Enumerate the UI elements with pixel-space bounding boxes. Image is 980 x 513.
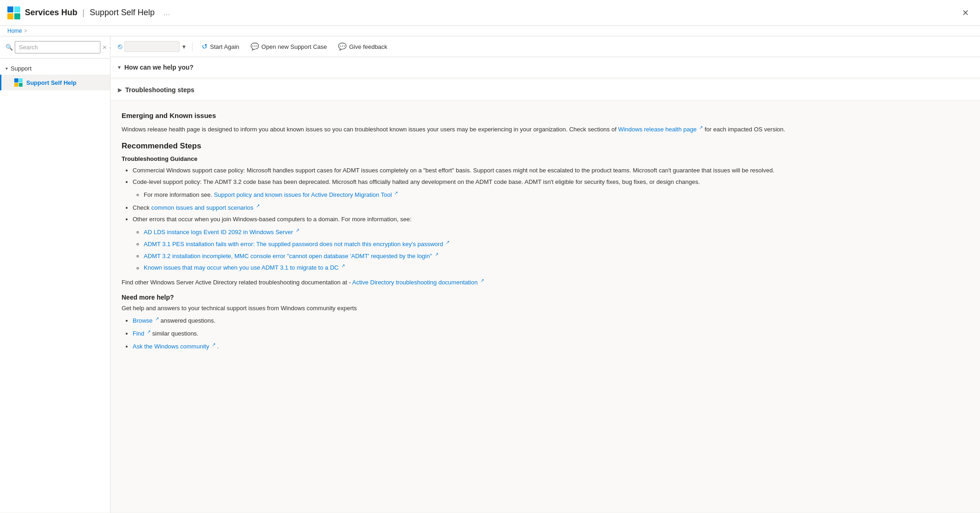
sidebar-item-icon-sq-1 — [14, 78, 18, 83]
emerging-title: Emerging and Known issues — [122, 112, 969, 119]
search-container: 🔍 ✕ « — [0, 36, 110, 59]
bullet3-pre: Check — [133, 204, 151, 211]
known-issues-link[interactable]: Known issues that may occur when you use… — [144, 265, 338, 271]
sub-list-4: AD LDS instance logs Event ID 2092 in Wi… — [133, 227, 969, 272]
accordion-how-can-we-arrow: ▾ — [118, 65, 121, 71]
search-input[interactable] — [15, 41, 100, 53]
breadcrumb: Home > — [0, 26, 980, 36]
toolbar: ⎋ ▾ ↺ Start Again 💬 Open new Support Cas… — [111, 36, 980, 57]
need-more-title: Need more help? — [122, 294, 969, 301]
sidebar-item-icon-sq-2 — [19, 78, 23, 83]
app-icon-sq-2 — [14, 6, 20, 12]
find-ext-icon: ↗ — [147, 329, 151, 334]
accordion-troubleshooting-arrow: ▶ — [118, 87, 122, 93]
title-subtitle: Support Self Help — [90, 8, 155, 17]
sidebar-item-support-self-help[interactable]: Support Self Help — [0, 75, 110, 90]
title-bar-left: Services Hub | Support Self Help … — [7, 6, 170, 19]
need-more-browse: Browse ↗ answered questions. — [133, 315, 969, 325]
accordion-troubleshooting-label: Troubleshooting steps — [125, 86, 194, 94]
accordion-how-can-we-help-header[interactable]: ▾ How can we help you? — [111, 57, 980, 77]
title-separator: | — [82, 8, 85, 17]
ad-lds-ext-icon: ↗ — [296, 228, 299, 233]
give-feedback-label: Give feedback — [349, 43, 387, 50]
admt31-ext-icon: ↗ — [446, 240, 449, 245]
ad-troubleshooting-ext-icon: ↗ — [480, 278, 484, 283]
find-other-text: Find other Windows Server Active Directo… — [122, 277, 969, 287]
find-link[interactable]: Find — [133, 330, 144, 337]
sidebar-item-icon-sq-3 — [14, 83, 18, 87]
need-more-find: Find ↗ similar questions. — [133, 328, 969, 338]
sub-list-4-item-1: AD LDS instance logs Event ID 2092 in Wi… — [144, 227, 969, 237]
main-layout: 🔍 ✕ « ▾ Support Support Self Help — [0, 36, 980, 513]
app-icon — [7, 6, 20, 19]
windows-health-ext-icon: ↗ — [699, 125, 703, 130]
windows-health-link[interactable]: Windows release health page — [618, 126, 697, 133]
title-more-icon[interactable]: … — [163, 9, 170, 17]
page-content: ▾ How can we help you? ▶ Troubleshooting… — [111, 57, 980, 513]
admt32-link[interactable]: ADMT 3.2 installation incomplete, MMC co… — [144, 253, 432, 259]
ask-text: . — [217, 343, 219, 350]
sub-bullet2a-pre-text: For more information see. — [144, 191, 214, 198]
browse-ext-icon: ↗ — [155, 316, 159, 321]
sidebar-item-label: Support Self Help — [26, 79, 76, 86]
accordion-how-can-we-help: ▾ How can we help you? — [111, 57, 980, 78]
ask-windows-community-link[interactable]: Ask the Windows community — [133, 343, 209, 350]
guidance-list-item-4: Other errors that occur when you join Wi… — [133, 215, 969, 272]
sidebar-item-icon-sq-4 — [19, 83, 23, 87]
browse-link[interactable]: Browse — [133, 317, 152, 324]
guidance-list-item-3: Check common issues and support scenario… — [133, 202, 969, 212]
guidance-title: Troubleshooting Guidance — [122, 155, 969, 162]
sidebar-group-support[interactable]: ▾ Support — [0, 62, 110, 75]
breadcrumb-separator: > — [24, 28, 27, 34]
sidebar: 🔍 ✕ « ▾ Support Support Self Help — [0, 36, 111, 513]
support-policy-link[interactable]: Support policy and known issues for Acti… — [214, 191, 391, 198]
guidance-list: Commercial Windows support case policy: … — [122, 166, 969, 272]
open-support-case-icon: 💬 — [251, 42, 259, 51]
find-text: similar questions. — [152, 330, 198, 337]
common-issues-link[interactable]: common issues and support scenarios — [151, 204, 253, 211]
guidance-list-item-1: Commercial Windows support case policy: … — [133, 166, 969, 175]
accordion-troubleshooting-header[interactable]: ▶ Troubleshooting steps — [111, 80, 980, 100]
breadcrumb-home[interactable]: Home — [7, 28, 22, 34]
need-more-ask: Ask the Windows community ↗ . — [133, 341, 969, 351]
app-title-text: Services Hub — [25, 8, 77, 17]
toolbar-dropdown-button[interactable]: ▾ — [181, 42, 187, 51]
toolbar-diagram: ⎋ ▾ — [118, 41, 187, 52]
recommended-steps-title: Recommended Steps — [122, 142, 969, 151]
start-again-button[interactable]: ↺ Start Again — [198, 40, 243, 53]
toolbar-breadcrumb-input[interactable] — [124, 41, 180, 52]
ask-ext-icon: ↗ — [212, 342, 216, 347]
accordion-how-can-we-label: How can we help you? — [124, 64, 193, 71]
accordion-troubleshooting: ▶ Troubleshooting steps — [111, 80, 980, 100]
need-more-list: Browse ↗ answered questions. Find ↗ simi… — [122, 315, 969, 351]
give-feedback-button[interactable]: 💬 Give feedback — [334, 40, 391, 53]
common-issues-ext-icon: ↗ — [256, 203, 260, 208]
sidebar-group-arrow: ▾ — [6, 66, 8, 71]
title-bar: Services Hub | Support Self Help … ✕ — [0, 0, 980, 26]
toolbar-divider-1 — [192, 42, 192, 51]
search-clear-icon[interactable]: ✕ — [102, 44, 107, 51]
close-button[interactable]: ✕ — [958, 6, 973, 20]
admt31-link[interactable]: ADMT 3.1 PES installation fails with err… — [144, 241, 443, 248]
sidebar-section: ▾ Support Support Self Help — [0, 59, 110, 94]
need-more-text: Get help and answers to your technical s… — [122, 305, 969, 312]
sidebar-item-icon — [14, 78, 23, 87]
emerging-text: Windows release health page is designed … — [122, 124, 969, 134]
content-area: ⎋ ▾ ↺ Start Again 💬 Open new Support Cas… — [111, 36, 980, 513]
app-title: Services Hub | Support Self Help — [25, 8, 155, 18]
sub-list-4-item-2: ADMT 3.1 PES installation fails with err… — [144, 239, 969, 249]
app-icon-sq-3 — [7, 13, 13, 19]
sub-list-2-item-1: For more information see. Support policy… — [144, 189, 969, 200]
support-policy-ext-icon: ↗ — [394, 190, 398, 195]
sidebar-group-label: Support — [11, 65, 32, 72]
ad-lds-link[interactable]: AD LDS instance logs Event ID 2092 in Wi… — [144, 229, 293, 236]
search-icon: 🔍 — [6, 44, 13, 51]
give-feedback-icon: 💬 — [338, 42, 347, 51]
start-again-icon: ↺ — [202, 42, 208, 51]
app-icon-sq-4 — [14, 13, 20, 19]
ad-troubleshooting-link[interactable]: Active Directory troubleshooting documen… — [352, 279, 478, 286]
sub-list-2: For more information see. Support policy… — [133, 189, 969, 200]
sub-list-4-item-3: ADMT 3.2 installation incomplete, MMC co… — [144, 251, 969, 261]
guidance-list-item-2: Code-level support policy: The ADMT 3.2 … — [133, 177, 969, 199]
open-support-case-button[interactable]: 💬 Open new Support Case — [247, 40, 331, 53]
